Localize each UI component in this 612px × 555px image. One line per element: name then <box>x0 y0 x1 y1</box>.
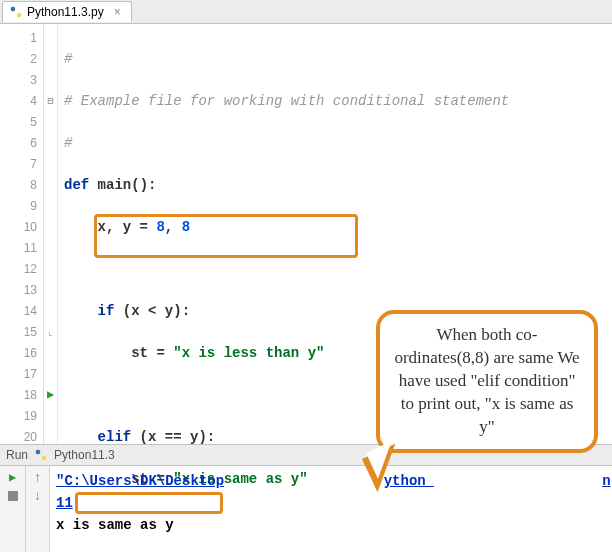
up-arrow-icon[interactable]: ↑ <box>33 470 41 486</box>
console-path-tail: ython <box>384 473 434 489</box>
line-number: 14 <box>0 301 37 322</box>
close-icon[interactable]: × <box>114 5 121 19</box>
line-number: 7 <box>0 154 37 175</box>
line-number: 5 <box>0 112 37 133</box>
program-output: x is same as y <box>56 517 174 533</box>
python-file-icon <box>34 448 48 462</box>
line-number: 9 <box>0 196 37 217</box>
svg-rect-1 <box>17 13 21 17</box>
rerun-button[interactable]: ▶ <box>9 470 16 485</box>
punct: (): <box>131 177 156 193</box>
condition: (x == y): <box>131 429 215 445</box>
svg-rect-0 <box>11 7 15 11</box>
run-label: Run <box>6 448 28 462</box>
condition: (x < y): <box>114 303 190 319</box>
line-number: 11 <box>0 238 37 259</box>
tab-bar: Python11.3.py × <box>0 0 612 24</box>
editor-tab[interactable]: Python11.3.py × <box>2 1 132 22</box>
line-number: 8 <box>0 175 37 196</box>
console-controls: ▶ <box>0 466 26 552</box>
number: 8 <box>182 219 190 235</box>
console-path: "C:\Users\DK\Desktop <box>56 473 224 489</box>
comment: # Example file for working with conditio… <box>64 93 509 109</box>
keyword-elif: elif <box>98 429 132 445</box>
line-number: 17 <box>0 364 37 385</box>
keyword-def: def <box>64 177 89 193</box>
line-number: 16 <box>0 343 37 364</box>
fold-column: ⊟ ⌞ ▶ <box>44 24 58 444</box>
line-number: 15 <box>0 322 37 343</box>
svg-rect-2 <box>36 450 40 454</box>
line-number: 13 <box>0 280 37 301</box>
string: "x is less than y" <box>173 345 324 361</box>
line-number: 2 <box>0 49 37 70</box>
fold-toggle[interactable]: ⊟ <box>44 91 57 112</box>
comment: # <box>64 135 72 151</box>
assign: x, y = <box>98 219 157 235</box>
stop-button[interactable] <box>8 491 18 501</box>
line-number: 18 <box>0 385 37 406</box>
python-file-icon <box>9 5 23 19</box>
fold-end: ⌞ <box>44 322 57 343</box>
svg-rect-3 <box>42 456 46 460</box>
line-number-gutter: 1 2 3 4 5 6 7 8 9 10 11 12 13 14 15 16 1… <box>0 24 44 444</box>
line-number: 6 <box>0 133 37 154</box>
console-nav: ↑ ↓ <box>26 466 50 552</box>
console-output[interactable]: "C:\Users\DK\Desktop ython n 11 x is sam… <box>50 466 612 552</box>
down-arrow-icon[interactable]: ↓ <box>33 488 41 504</box>
line-number: 19 <box>0 406 37 427</box>
line-number: 10 <box>0 217 37 238</box>
tab-filename: Python11.3.py <box>27 5 104 19</box>
line-number: 3 <box>0 70 37 91</box>
line-number: 1 <box>0 28 37 49</box>
number: 8 <box>156 219 164 235</box>
run-console: ▶ ↑ ↓ "C:\Users\DK\Desktop ython n 11 x … <box>0 466 612 552</box>
annotation-callout: When both co-ordinates(8,8) are same We … <box>376 310 598 453</box>
assign: st = <box>131 345 173 361</box>
line-number: 12 <box>0 259 37 280</box>
line-number: 20 <box>0 427 37 448</box>
run-gutter-icon[interactable]: ▶ <box>44 385 57 406</box>
punct: , <box>165 219 182 235</box>
comment: # <box>64 51 72 67</box>
func-name: main <box>89 177 131 193</box>
callout-text: When both co-ordinates(8,8) are same We … <box>394 325 579 436</box>
keyword-if: if <box>98 303 115 319</box>
run-config-name: Python11.3 <box>54 448 115 462</box>
line-number: 4 <box>0 91 37 112</box>
